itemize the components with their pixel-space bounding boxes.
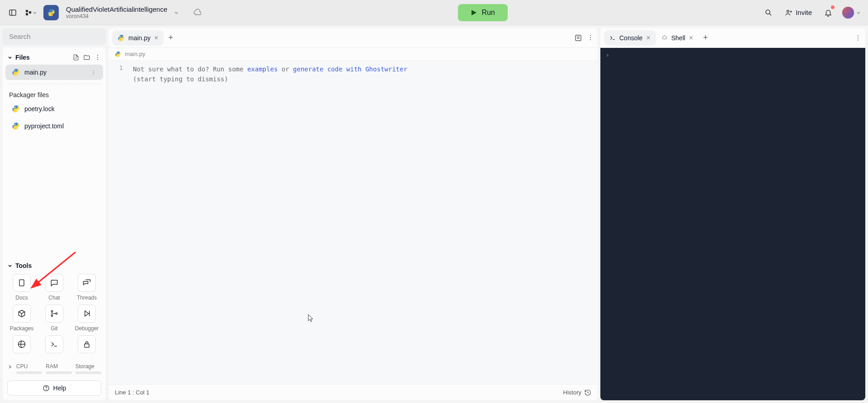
editor-tabs-bar: main.py × + <box>108 28 598 48</box>
tool-git[interactable]: Git <box>40 305 69 332</box>
project-info[interactable]: QualifiedVioletArtificialintelligence vo… <box>66 5 167 19</box>
main-layout: Search Files main.py Packager files <box>0 25 868 403</box>
run-label: Run <box>481 9 495 17</box>
editor-pane: main.py × + main.py 1 Not sure what to d… <box>108 28 598 400</box>
close-icon[interactable]: × <box>689 34 693 42</box>
lock-icon <box>78 335 96 353</box>
outline-icon[interactable] <box>574 34 582 42</box>
help-label: Help <box>53 384 66 392</box>
tab-main[interactable]: main.py × <box>112 30 164 46</box>
invite-button[interactable]: Invite <box>780 6 816 19</box>
editor-hint: Not sure what to do? Run some examples o… <box>133 64 593 74</box>
notifications-icon[interactable] <box>821 5 835 20</box>
tool-terminal[interactable] <box>40 335 69 356</box>
breadcrumb-text: main.py <box>125 51 146 57</box>
packager-label: Packager files <box>3 87 106 100</box>
invite-label: Invite <box>796 9 812 16</box>
tab-label: Shell <box>671 34 685 42</box>
project-title: QualifiedVioletArtificialintelligence <box>66 5 167 13</box>
run-button[interactable]: Run <box>458 4 507 21</box>
tool-lock[interactable] <box>72 335 101 356</box>
resources-row[interactable]: CPU RAM Storage <box>3 360 106 378</box>
files-header[interactable]: Files <box>3 51 106 64</box>
deploy-icon[interactable] <box>190 5 204 20</box>
tab-label: main.py <box>128 34 151 42</box>
tools-header[interactable]: Tools <box>7 260 101 274</box>
new-folder-icon[interactable] <box>83 54 90 61</box>
history-icon[interactable] <box>584 389 591 396</box>
tab-console[interactable]: Console × <box>604 30 656 46</box>
tool-secrets[interactable] <box>7 335 36 356</box>
tool-threads[interactable]: Threads <box>72 274 101 301</box>
svg-point-15 <box>97 59 98 60</box>
help-button[interactable]: Help <box>7 380 101 396</box>
editor-more-icon[interactable] <box>587 34 594 42</box>
sidebar-toggle-icon[interactable] <box>5 5 20 20</box>
resource-storage: Storage <box>75 363 101 374</box>
file-item-poetry[interactable]: poetry.lock <box>5 101 103 117</box>
new-file-icon[interactable] <box>72 54 80 61</box>
add-tab-button[interactable]: + <box>168 33 173 42</box>
project-chevron-icon[interactable] <box>174 10 179 15</box>
svg-point-14 <box>97 57 98 58</box>
console-more-icon[interactable] <box>854 34 862 42</box>
editor-hint-suffix: (start typing to dismiss) <box>133 74 593 84</box>
files-title: Files <box>15 54 70 61</box>
header-right: Invite <box>761 5 863 20</box>
debugger-icon <box>78 305 96 323</box>
tab-shell[interactable]: Shell × <box>656 30 698 46</box>
files-more-icon[interactable] <box>94 54 101 61</box>
search-input[interactable]: Search <box>3 28 106 45</box>
svg-point-22 <box>56 313 57 314</box>
tool-docs[interactable]: Docs <box>7 274 36 301</box>
right-pane: Console × Shell × + › <box>600 28 865 400</box>
avatar-menu[interactable] <box>840 5 863 20</box>
close-icon[interactable]: × <box>646 34 650 42</box>
cursor-position[interactable]: Line 1 : Col 1 <box>115 389 150 396</box>
close-icon[interactable]: × <box>154 34 158 42</box>
tools-grid: Docs Chat Threads Packages Git Debugger <box>7 274 101 356</box>
svg-rect-3 <box>29 11 31 14</box>
search-icon[interactable] <box>761 5 776 20</box>
replit-menu-icon[interactable] <box>24 5 38 20</box>
svg-point-41 <box>858 39 859 40</box>
svg-point-35 <box>590 35 591 36</box>
svg-marker-5 <box>472 10 476 15</box>
console-body[interactable]: › <box>600 48 865 400</box>
code-area[interactable]: Not sure what to do? Run some examples o… <box>128 61 598 384</box>
svg-point-37 <box>590 39 591 40</box>
chevron-down-icon <box>7 263 13 268</box>
chevron-down-icon <box>7 55 13 60</box>
file-item-main[interactable]: main.py <box>5 65 103 80</box>
help-icon <box>42 384 50 392</box>
avatar <box>842 6 854 19</box>
ghostwriter-link[interactable]: generate code with Ghostwriter <box>293 66 407 73</box>
examples-link[interactable]: examples <box>247 66 278 73</box>
python-icon <box>118 34 125 42</box>
file-more-icon[interactable] <box>90 69 97 75</box>
tool-packages[interactable]: Packages <box>7 305 36 332</box>
tool-chat[interactable]: Chat <box>40 274 69 301</box>
editor-body[interactable]: 1 Not sure what to do? Run some examples… <box>108 61 598 384</box>
svg-marker-24 <box>85 311 89 316</box>
svg-point-6 <box>766 10 770 14</box>
svg-point-18 <box>93 74 94 75</box>
svg-rect-0 <box>9 10 16 15</box>
svg-point-17 <box>93 72 94 73</box>
play-icon <box>471 9 477 16</box>
shell-alt-icon <box>13 335 31 353</box>
resource-cpu: CPU <box>16 363 42 374</box>
file-item-pyproject[interactable]: pyproject.toml <box>5 118 103 134</box>
tools-title: Tools <box>15 262 32 269</box>
console-icon <box>609 35 616 41</box>
tool-debugger[interactable]: Debugger <box>72 305 101 332</box>
python-icon <box>115 51 121 57</box>
svg-point-40 <box>858 37 859 38</box>
docs-icon <box>13 274 31 292</box>
person-add-icon <box>785 9 793 17</box>
svg-rect-27 <box>85 344 89 347</box>
add-tab-button[interactable]: + <box>703 33 708 42</box>
svg-point-13 <box>97 55 98 56</box>
history-button[interactable]: History <box>563 389 581 396</box>
file-name: poetry.lock <box>24 105 55 112</box>
